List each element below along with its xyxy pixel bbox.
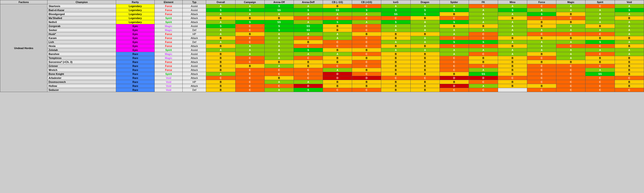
stat-campaign: A [235, 52, 264, 56]
stat-arena-off: A [264, 56, 294, 60]
stat-dragon: A [410, 48, 440, 52]
stat-dragon: A [410, 20, 440, 24]
stat-cb-minus: D [323, 72, 352, 76]
stat-cb-minus: S [323, 20, 352, 24]
header-arena-off: Arena-Off [264, 0, 294, 4]
stat-campaign: C [235, 84, 264, 88]
champion-element: Force [155, 8, 182, 12]
champion-name: Skartosis [47, 4, 116, 8]
stat-magic: A [556, 40, 586, 44]
champion-element: Magic [155, 24, 182, 28]
champion-typ: Assist [182, 8, 206, 12]
stat-magic: A [556, 52, 586, 56]
stat-fk: B [469, 56, 498, 60]
stat-spirit: A [586, 28, 614, 32]
stat-arena-off: SS [264, 20, 294, 24]
stat-fk: C [469, 88, 498, 92]
champion-name: Ma'Shalled [47, 16, 116, 20]
stat-spirit: A [586, 8, 614, 12]
stat-cb-plus: D [352, 76, 381, 80]
stat-spider: C [440, 88, 469, 92]
stat-campaign: C [235, 68, 264, 72]
stat-campaign: C [235, 88, 264, 92]
champion-element: Void [155, 88, 182, 92]
stat-iceg: S [381, 20, 410, 24]
champion-typ: Def [182, 28, 206, 32]
stat-iceg: B [381, 64, 410, 68]
stat-mino: B [498, 84, 527, 88]
champion-typ: Attack [182, 12, 206, 16]
stat-campaign: B [235, 16, 264, 20]
champion-name: Nethril [47, 20, 116, 24]
stat-arena-deff: D [294, 84, 323, 88]
stat-spider: C [440, 64, 469, 68]
stat-iceg: B [381, 36, 410, 40]
stat-void: A [614, 32, 644, 36]
stat-fk: C [469, 80, 498, 84]
champion-rarity: Epic [116, 36, 155, 40]
stat-cb-plus: B [352, 84, 381, 88]
stat-arena-deff: A [294, 52, 323, 56]
stat-spider: C [440, 56, 469, 60]
stat-cb-plus: C [352, 88, 381, 92]
stat-iceg: SS [381, 12, 410, 16]
header-cb-minus: CB (- GS) [323, 0, 352, 4]
stat-spirit: B [586, 60, 614, 64]
stat-fk: A [469, 28, 498, 32]
stat-overall: A [206, 48, 235, 52]
stat-magic: C [556, 84, 586, 88]
stat-void: B [614, 84, 644, 88]
champion-typ: Attack [182, 20, 206, 24]
stat-overall: A [206, 28, 235, 32]
stat-magic: A [556, 28, 586, 32]
champion-name: Bone Knight [47, 72, 116, 76]
champion-rarity: Rare [116, 72, 155, 76]
stat-spirit: B [586, 36, 614, 40]
stat-cb-plus: B [352, 80, 381, 84]
champion-typ: Attack [182, 56, 206, 60]
stat-cb-minus: C [323, 64, 352, 68]
stat-magic: B [556, 20, 586, 24]
stat-mino: B [498, 80, 527, 84]
stat-void: C [614, 88, 644, 92]
champion-name: Gorgorab [47, 24, 116, 28]
stat-arena-off: B [264, 60, 294, 64]
stat-overall: B [206, 68, 235, 72]
stat-iceg: A [381, 48, 410, 52]
stat-cb-plus: C [352, 44, 381, 48]
stat-overall: B [206, 80, 235, 84]
champion-rarity: Rare [116, 84, 155, 88]
stat-dragon: B [410, 32, 440, 36]
stat-cb-minus: B [323, 4, 352, 8]
stat-cb-plus: C [352, 72, 381, 76]
champion-rarity: Rare [116, 68, 155, 72]
stat-overall: B [206, 84, 235, 88]
stat-spider: A [440, 48, 469, 52]
stat-campaign: C [235, 72, 264, 76]
header-magic: Magic [556, 0, 586, 4]
stat-iceg: B [381, 72, 410, 76]
stat-campaign: B [235, 32, 264, 36]
stat-spirit: C [586, 52, 614, 56]
stat-force: C [527, 56, 556, 60]
stat-campaign: C [235, 24, 264, 28]
stat-force: A [527, 48, 556, 52]
header-dragon: Dragon [410, 0, 440, 4]
stat-overall: A [206, 40, 235, 44]
stat-spirit: A [586, 20, 614, 24]
stat-arena-off: A [264, 48, 294, 52]
stat-spider: A [440, 4, 469, 8]
champion-rarity: Legendary [116, 12, 155, 16]
stat-arena-off: A [264, 88, 294, 92]
stat-arena-deff: A [294, 12, 323, 16]
stat-overall: A [206, 4, 235, 8]
champion-typ: Assist [182, 64, 206, 68]
stat-force: B [527, 60, 556, 64]
stat-fk: C [469, 32, 498, 36]
champion-element: Force [155, 12, 182, 16]
champion-name: Hexia [47, 44, 116, 48]
stat-spirit: A [586, 68, 614, 72]
stat-arena-off: S [264, 24, 294, 28]
champion-rarity: Legendary [116, 16, 155, 20]
stat-dragon: B [410, 16, 440, 20]
